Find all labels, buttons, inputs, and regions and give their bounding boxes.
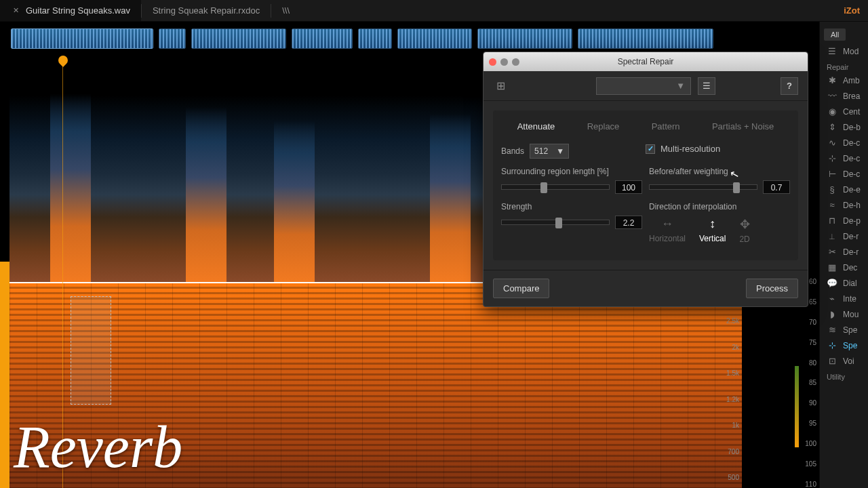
sidebar-item[interactable]: ≈De-h bbox=[820, 197, 868, 213]
before-after-label: Before/after weighting bbox=[649, 167, 790, 176]
traffic-close-icon[interactable] bbox=[489, 58, 496, 66]
tab-file-1[interactable]: ✕ Guitar String Squeaks.wav bbox=[0, 0, 141, 21]
sidebar-item[interactable]: 💬Dial bbox=[820, 275, 868, 291]
sidebar-item[interactable]: ⟂De-r bbox=[820, 228, 868, 244]
sidebar-item[interactable]: ✂De-r bbox=[820, 244, 868, 260]
tab-pattern[interactable]: Pattern bbox=[646, 119, 686, 134]
sidebar-item[interactable]: ∿De-c bbox=[820, 135, 868, 150]
process-button[interactable]: Process bbox=[746, 279, 798, 298]
bands-label: Bands bbox=[501, 146, 524, 156]
tab-file-2[interactable]: String Squeak Repair.rxdoc bbox=[142, 0, 271, 21]
preset-select[interactable]: ▼ bbox=[596, 77, 691, 95]
move-icon: ✥ bbox=[740, 217, 750, 232]
spectral-repair-dialog: Spectral Repair ⊞ ▼ ☰ ? Attenuate Replac… bbox=[483, 52, 808, 307]
tab-replace[interactable]: Replace bbox=[582, 119, 625, 134]
strength-label: Strength bbox=[501, 202, 642, 211]
sidebar-item[interactable]: ⊓De-p bbox=[820, 213, 868, 228]
close-icon[interactable]: ✕ bbox=[11, 6, 20, 16]
brand-label: iZot bbox=[844, 5, 860, 16]
waveform-overview[interactable] bbox=[9, 25, 742, 52]
traffic-min-icon[interactable] bbox=[500, 58, 508, 66]
waveform-clip[interactable] bbox=[11, 28, 153, 49]
sidebar-item[interactable]: ✱Amb bbox=[820, 73, 868, 88]
mode-tabs: Attenuate Replace Pattern Partials + Noi… bbox=[501, 119, 790, 134]
tab-partials[interactable]: Partials + Noise bbox=[707, 119, 779, 134]
check-icon: ✓ bbox=[646, 144, 655, 154]
waveform-clip[interactable] bbox=[292, 28, 353, 49]
sidebar-item[interactable]: 〰Brea bbox=[820, 88, 868, 104]
tab-label: String Squeak Repair.rxdoc bbox=[153, 5, 260, 16]
surround-slider[interactable] bbox=[501, 184, 610, 190]
sidebar-item[interactable]: ≋Spe bbox=[820, 322, 868, 338]
dialog-title: Spectral Repair bbox=[618, 57, 674, 66]
level-meter bbox=[795, 366, 799, 447]
waveform-clip[interactable] bbox=[358, 28, 392, 49]
tab-bar: ✕ Guitar String Squeaks.wav String Squea… bbox=[0, 0, 868, 22]
strength-slider[interactable] bbox=[501, 220, 610, 225]
traffic-max-icon[interactable] bbox=[512, 58, 519, 66]
sidebar-item[interactable]: ⊹De-c bbox=[820, 150, 868, 166]
frequency-scale: 3k2.5k2k1.5k1.2k1k700500 bbox=[718, 283, 742, 488]
sidebar-item[interactable]: ⊡Voi bbox=[820, 353, 868, 369]
compare-button[interactable]: Compare bbox=[493, 279, 549, 298]
tab-more[interactable]: \\\ bbox=[271, 0, 300, 21]
sidebar-item[interactable]: ◉Cent bbox=[820, 104, 868, 119]
sidebar-item-spectral[interactable]: ⊹Spe bbox=[820, 338, 868, 353]
waveform-clip[interactable] bbox=[397, 28, 472, 49]
module-sidebar: All ☰Mod Repair ✱Amb 〰Brea ◉Cent ⇕De-b ∿… bbox=[819, 22, 868, 488]
learn-icon[interactable]: ⊞ bbox=[493, 79, 508, 94]
direction-horizontal[interactable]: ↔Horizontal bbox=[649, 217, 686, 244]
direction-2d[interactable]: ✥2D bbox=[739, 217, 749, 244]
filter-all[interactable]: All bbox=[824, 28, 846, 41]
waveform-clip[interactable] bbox=[159, 28, 186, 49]
help-button[interactable]: ? bbox=[781, 77, 798, 95]
direction-label: Direction of interpolation bbox=[649, 202, 790, 211]
dialog-titlebar[interactable]: Spectral Repair bbox=[484, 52, 808, 71]
waveform-clip[interactable] bbox=[578, 28, 713, 49]
bands-select[interactable]: 512 ▼ bbox=[530, 144, 569, 159]
section-repair: Repair bbox=[820, 59, 868, 73]
selection-box[interactable] bbox=[71, 296, 111, 405]
sidebar-item[interactable]: ⊢De-c bbox=[820, 166, 868, 182]
db-scale: 6065707580859095100105110 bbox=[799, 278, 819, 488]
preset-list-icon[interactable]: ☰ bbox=[698, 77, 715, 95]
direction-vertical[interactable]: ↕Vertical bbox=[699, 217, 726, 244]
vertical-icon: ↕ bbox=[709, 217, 715, 231]
sidebar-item[interactable]: ▦Dec bbox=[820, 260, 868, 275]
before-after-slider[interactable] bbox=[649, 184, 757, 190]
sidebar-item[interactable]: ◗Mou bbox=[820, 306, 868, 322]
menu-icon: ☰ bbox=[827, 46, 837, 56]
tab-label: Guitar String Squeaks.wav bbox=[26, 5, 130, 16]
tab-attenuate[interactable]: Attenuate bbox=[512, 119, 561, 134]
waveform-clip[interactable] bbox=[191, 28, 286, 49]
chevron-down-icon: ▼ bbox=[556, 146, 564, 156]
selection-bar bbox=[0, 262, 9, 488]
section-utility: Utility bbox=[820, 369, 868, 382]
sidebar-item[interactable]: §De-e bbox=[820, 182, 868, 197]
chevron-down-icon: ▼ bbox=[676, 81, 685, 91]
horizontal-icon: ↔ bbox=[661, 217, 673, 231]
before-after-value[interactable]: 0.7 bbox=[763, 180, 790, 194]
dialog-toolbar: ⊞ ▼ ☰ ? bbox=[484, 71, 808, 101]
surround-value[interactable]: 100 bbox=[615, 180, 642, 194]
waveform-clip[interactable] bbox=[477, 28, 572, 49]
multi-resolution-checkbox[interactable]: ✓ Multi-resolution bbox=[646, 144, 790, 154]
strength-value[interactable]: 2.2 bbox=[615, 216, 642, 229]
sidebar-item[interactable]: ⌁Inte bbox=[820, 291, 868, 306]
sidebar-item[interactable]: ⇕De-b bbox=[820, 119, 868, 135]
tab-more-icon: \\\ bbox=[282, 5, 290, 16]
surround-label: Surrounding region length [%] bbox=[501, 167, 642, 176]
reverb-logo: Reverb bbox=[14, 413, 182, 481]
sidebar-module[interactable]: ☰Mod bbox=[820, 43, 868, 59]
